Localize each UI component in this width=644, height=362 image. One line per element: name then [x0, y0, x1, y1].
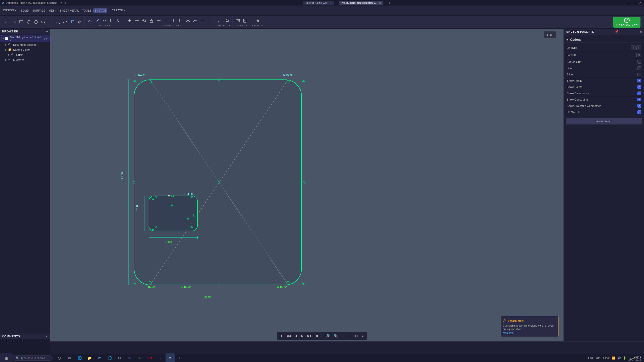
showconstraints-checkbox[interactable]: ✓	[637, 98, 641, 101]
smooth-constraint[interactable]	[192, 17, 198, 24]
taskbar-app-cortana[interactable]: ◎	[55, 353, 64, 362]
taskbar-app-spotify[interactable]: ♪	[155, 353, 165, 362]
design-dropdown[interactable]: DESIGN ▾	[2, 8, 17, 13]
nav-zoom-window[interactable]: 🔍	[332, 333, 339, 339]
select-tool[interactable]	[255, 17, 261, 24]
browser-collapse[interactable]: ◀	[46, 30, 48, 33]
vertical-constraint[interactable]	[163, 17, 169, 24]
nav-next[interactable]: ▶	[300, 333, 305, 338]
line-tool[interactable]	[4, 19, 10, 25]
taskbar-app-edge[interactable]: 🌐	[75, 353, 84, 362]
showprojectedgeom-checkbox[interactable]: ✓	[637, 104, 641, 108]
minimize-btn[interactable]: —	[627, 1, 631, 5]
sheet-metal-tab[interactable]: SHEET METAL	[59, 8, 80, 13]
insert-dxf[interactable]	[242, 17, 248, 24]
taskbar-app-explorer[interactable]: 📁	[85, 353, 94, 362]
root-visibility-icon[interactable]: 👁	[46, 37, 48, 40]
tools-tab[interactable]: TOOLS	[81, 8, 93, 13]
nav-next-keyframe[interactable]: ▶▶	[306, 333, 313, 338]
sketch-tab[interactable]: SKETCH	[93, 8, 107, 13]
nav-pan[interactable]: ⊞	[340, 333, 346, 338]
linetype-btn-2[interactable]: ▷	[636, 46, 641, 50]
showdimensions-checkbox[interactable]: ✓	[637, 92, 641, 95]
nav-record[interactable]: ●	[279, 333, 284, 338]
spline-tool[interactable]	[47, 19, 54, 25]
browser-item-sketches[interactable]: ▶ ✏ Sketches	[0, 57, 50, 62]
extend-tool[interactable]	[94, 17, 101, 24]
equal-constraint[interactable]	[207, 17, 213, 24]
rectangle-tool[interactable]	[18, 19, 25, 25]
tangent-constraint[interactable]	[185, 17, 191, 24]
browser-item-named-views[interactable]: ▶ 📁 Named Views	[0, 47, 50, 52]
coincident-constraint[interactable]	[126, 17, 133, 24]
perpendicular-constraint[interactable]	[170, 17, 177, 24]
showprofile-checkbox[interactable]: ✓	[637, 79, 641, 82]
taskbar-app-discord[interactable]: D	[176, 353, 185, 362]
mirror-tool[interactable]	[76, 19, 83, 25]
lookat-btn[interactable]: ⊡	[636, 53, 641, 57]
taskbar-app-chrome[interactable]: 🌐	[105, 353, 114, 362]
trim-tool[interactable]	[87, 17, 93, 24]
taskbar-app-word[interactable]: W	[125, 353, 134, 362]
comments-expand[interactable]: ▲	[45, 335, 48, 338]
3dsketch-checkbox[interactable]: ✓	[637, 110, 641, 114]
tab-map-sliding-puzzle[interactable]: MapSlidingPuzzleTutorial v1* ✕	[339, 1, 383, 5]
warning-more-info[interactable]: More Info	[503, 332, 513, 334]
linetype-btn-1[interactable]: ◁	[631, 46, 635, 50]
tab-sliding-puzzle[interactable]: SlidingPuzzle v23* ✕	[303, 1, 334, 5]
conic-tool[interactable]	[55, 19, 61, 25]
palette-finish-sketch-btn[interactable]: Finish Sketch	[566, 118, 642, 124]
palette-options-header[interactable]: ▼ Options	[566, 37, 642, 43]
palette-pin[interactable]: 📌	[615, 30, 619, 33]
finish-sketch-button[interactable]: ✓ FINISH SKETCH ▾	[613, 17, 640, 28]
slice-checkbox[interactable]	[637, 73, 641, 76]
taskbar-app-adobe[interactable]: Ps	[145, 353, 154, 362]
mesh-tab[interactable]: MESH	[47, 8, 58, 13]
maximize-btn[interactable]: □	[634, 1, 636, 5]
solid-tab[interactable]: SOLID	[19, 8, 30, 13]
tab-close-2[interactable]: ✕	[379, 2, 381, 4]
nav-zoom-fit[interactable]: 🔎	[324, 333, 331, 339]
taskbar-app-mail[interactable]: ✉	[115, 353, 124, 362]
toolbar-redo[interactable]: ↪	[64, 1, 66, 5]
fillet-tool[interactable]	[109, 17, 115, 24]
taskbar-app-fusion[interactable]: A	[166, 353, 175, 362]
horizontal-constraint[interactable]	[155, 17, 162, 24]
nav-prev[interactable]: ◀	[293, 333, 299, 338]
taskbar-app-store[interactable]: 🛍	[95, 353, 104, 362]
toolbar-undo[interactable]: ↩	[60, 1, 62, 5]
surface-tab[interactable]: SURFACE	[31, 8, 47, 13]
concentric-constraint[interactable]	[141, 17, 147, 24]
insert-image[interactable]	[234, 17, 241, 24]
ellipse-tool[interactable]	[40, 19, 47, 25]
lock-constraint[interactable]	[148, 17, 155, 24]
dimension-tool[interactable]: D	[217, 17, 223, 24]
root-settings-icon[interactable]: ⚙	[43, 37, 46, 40]
symmetric-constraint[interactable]	[199, 17, 206, 24]
nav-stop[interactable]: ■	[314, 333, 319, 338]
fit-point-spline[interactable]	[62, 19, 68, 25]
new-tab-btn[interactable]: +	[388, 1, 390, 5]
taskbar-app-excel[interactable]: X	[135, 353, 144, 362]
polygon-tool[interactable]	[33, 19, 39, 25]
sketchgrid-checkbox[interactable]	[637, 60, 641, 64]
navigation-bar[interactable]: ● ◀◀ ◀ ▶ ▶▶ ■ 🔎 🔍 ⊞ ◫ ⊟ ≡	[277, 332, 367, 340]
break-tool[interactable]	[101, 17, 108, 24]
create-dropdown[interactable]: CREATE ▾	[110, 8, 126, 13]
showpoints-checkbox[interactable]: ✓	[637, 85, 641, 89]
chamfer-tool[interactable]	[116, 17, 123, 24]
browser-item-doc-settings[interactable]: ▶ ⚙ Document Settings	[0, 42, 50, 47]
nav-prev-keyframe[interactable]: ◀◀	[285, 333, 292, 338]
collinear-constraint[interactable]	[134, 17, 140, 24]
inspect-tool[interactable]	[224, 17, 231, 24]
offset-tool[interactable]	[69, 19, 76, 25]
arc-tool[interactable]	[11, 19, 17, 25]
nav-display-settings[interactable]: ◫	[347, 333, 353, 338]
close-btn[interactable]: ✕	[639, 1, 642, 5]
palette-expand[interactable]: ◀	[639, 30, 641, 33]
parallel-constraint[interactable]	[177, 17, 184, 24]
tab-close-1[interactable]: ✕	[330, 2, 332, 4]
main-canvas[interactable]: TOP fx R4.30	[50, 29, 564, 341]
taskbar-start-button[interactable]: ⊞	[0, 353, 13, 362]
browser-item-root[interactable]: ▼ 📄 MapSlidingPuzzleTutorial v1 ⚙ 👁	[0, 35, 50, 42]
